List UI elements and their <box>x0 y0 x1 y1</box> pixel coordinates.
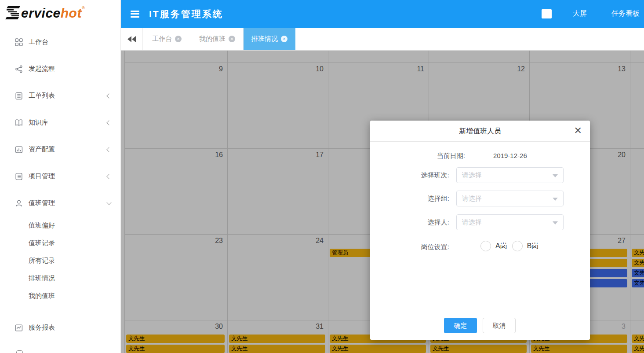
shift-select[interactable]: 请选择 <box>456 167 564 183</box>
sidebar-subitem-我的值班[interactable]: 我的值班 <box>0 287 120 305</box>
tab-bar: 工作台×我的值班×排班情况× <box>121 28 644 51</box>
tab-close-icon[interactable]: × <box>175 36 182 42</box>
tabs-container: 工作台×我的值班×排班情况× <box>143 28 295 50</box>
servicehot-logo: ervicehot® <box>0 0 120 28</box>
top-header: IT服务管理系统 大屏 任务看板 <box>121 0 644 28</box>
sidebar-nav: 工作台发起流程工单列表知识库资产配置项目管理值班管理值班偏好值班记录所有记录排班… <box>0 28 120 341</box>
logo-hot-text: hot <box>61 6 82 20</box>
group-select[interactable]: 请选择 <box>456 191 564 206</box>
current-date-label: 当前日期: <box>370 148 465 164</box>
chevron-down-icon <box>106 200 111 205</box>
sidebar-item-label: 资产配置 <box>29 145 107 154</box>
cancel-button[interactable]: 取消 <box>483 318 516 333</box>
chevron-left-icon <box>106 93 111 98</box>
sidebar-item-资产配置[interactable]: 资产配置 <box>0 136 120 163</box>
confirm-button[interactable]: 确定 <box>444 318 477 333</box>
sidebar-item-label: 工作台 <box>29 38 111 46</box>
tab-label: 工作台 <box>152 35 172 43</box>
logo-service-text: ervice <box>21 6 61 20</box>
sidebar-item-label: 发起流程 <box>29 65 111 73</box>
post-label: 岗位设置: <box>370 240 449 254</box>
close-icon[interactable]: ✕ <box>574 125 582 136</box>
shift-label: 选择班次: <box>370 167 449 183</box>
radio-post-a-label[interactable]: A岗 <box>495 242 507 251</box>
chevron-left-icon <box>106 120 111 125</box>
partial-bottom-icon <box>16 350 23 353</box>
double-left-arrow-icon <box>127 36 131 42</box>
chevron-left-icon <box>106 147 111 152</box>
app-title: IT服务管理系统 <box>149 8 223 20</box>
person-row: 选择人: 请选择 <box>370 214 590 230</box>
current-date-value: 2019-12-26 <box>493 148 527 164</box>
big-screen-link[interactable]: 大屏 <box>573 9 587 18</box>
sidebar-item-label: 工单列表 <box>29 92 107 100</box>
tab-label: 排班情况 <box>251 35 278 43</box>
sidebar-item-知识库[interactable]: 知识库 <box>0 109 120 136</box>
report-icon <box>15 324 23 332</box>
sidebar-submenu: 值班偏好值班记录所有记录排班情况我的值班 <box>0 217 120 305</box>
post-radio-group: A岗 B岗 <box>480 239 543 253</box>
double-left-arrow-icon <box>132 36 136 42</box>
user-icon <box>15 199 23 207</box>
dialog-title: 新增值班人员 <box>370 121 590 142</box>
sidebar-item-label: 服务报表 <box>29 324 111 332</box>
logo-reg-mark: ® <box>82 6 85 10</box>
sidebar-item-值班管理[interactable]: 值班管理 <box>0 190 120 217</box>
tab-label: 我的值班 <box>199 35 226 43</box>
tab-close-icon[interactable]: × <box>281 36 287 42</box>
sidebar-subitem-值班记录[interactable]: 值班记录 <box>0 234 120 252</box>
tab-close-icon[interactable]: × <box>229 36 235 42</box>
asset-icon <box>15 146 23 154</box>
shift-select-placeholder: 请选择 <box>462 168 482 183</box>
chevron-down-icon <box>553 174 558 177</box>
add-duty-person-dialog: 新增值班人员 ✕ 当前日期: 2019-12-26 选择班次: 请选择 选择组:… <box>370 121 590 340</box>
app-window: ervicehot® 工作台发起流程工单列表知识库资产配置项目管理值班管理值班偏… <box>0 0 644 353</box>
sidebar-subitem-排班情况[interactable]: 排班情况 <box>0 269 120 287</box>
logo-text: ervicehot® <box>5 6 85 22</box>
person-select[interactable]: 请选择 <box>456 214 564 230</box>
flow-icon <box>15 65 23 73</box>
group-select-placeholder: 请选择 <box>462 191 482 206</box>
sidebar-subitem-值班偏好[interactable]: 值班偏好 <box>0 217 120 234</box>
sidebar-item-工单列表[interactable]: 工单列表 <box>0 82 120 109</box>
ticket-icon <box>15 92 23 100</box>
sidebar-item-服务报表[interactable]: 服务报表 <box>0 314 120 341</box>
radio-post-b-label[interactable]: B岗 <box>527 242 539 251</box>
sidebar-subitem-所有记录[interactable]: 所有记录 <box>0 252 120 269</box>
grid-icon <box>15 38 23 46</box>
chevron-left-icon <box>106 174 111 179</box>
group-label: 选择组: <box>370 191 449 206</box>
sidebar-item-发起流程[interactable]: 发起流程 <box>0 55 120 82</box>
screen-square-icon[interactable] <box>542 9 552 18</box>
hamburger-menu-icon[interactable] <box>131 9 139 19</box>
sidebar-item-label: 项目管理 <box>29 172 107 180</box>
collapse-tabs-button[interactable] <box>121 28 143 50</box>
radio-post-b[interactable] <box>512 241 523 251</box>
book-icon <box>15 119 23 127</box>
sidebar: ervicehot® 工作台发起流程工单列表知识库资产配置项目管理值班管理值班偏… <box>0 0 121 353</box>
sidebar-item-label: 知识库 <box>29 118 107 127</box>
radio-post-a[interactable] <box>480 241 491 251</box>
sidebar-item-项目管理[interactable]: 项目管理 <box>0 163 120 190</box>
current-date-row: 当前日期: 2019-12-26 <box>370 148 590 164</box>
logo-s-icon <box>5 6 20 22</box>
post-row: 岗位设置: <box>370 240 590 256</box>
shift-row: 选择班次: 请选择 <box>370 167 590 183</box>
header-right: 大屏 任务看板 <box>542 9 644 18</box>
tab-排班情况[interactable]: 排班情况× <box>244 28 295 50</box>
sidebar-item-工作台[interactable]: 工作台 <box>0 29 120 55</box>
person-select-placeholder: 请选择 <box>462 215 482 230</box>
tab-工作台[interactable]: 工作台× <box>143 28 191 50</box>
task-board-link[interactable]: 任务看板 <box>611 9 640 18</box>
chevron-down-icon <box>553 221 558 224</box>
group-row: 选择组: 请选择 <box>370 191 590 206</box>
tab-我的值班[interactable]: 我的值班× <box>191 28 244 50</box>
person-label: 选择人: <box>370 214 449 230</box>
chevron-down-icon <box>553 198 558 201</box>
sidebar-item-label: 值班管理 <box>29 199 107 207</box>
project-icon <box>15 173 23 180</box>
